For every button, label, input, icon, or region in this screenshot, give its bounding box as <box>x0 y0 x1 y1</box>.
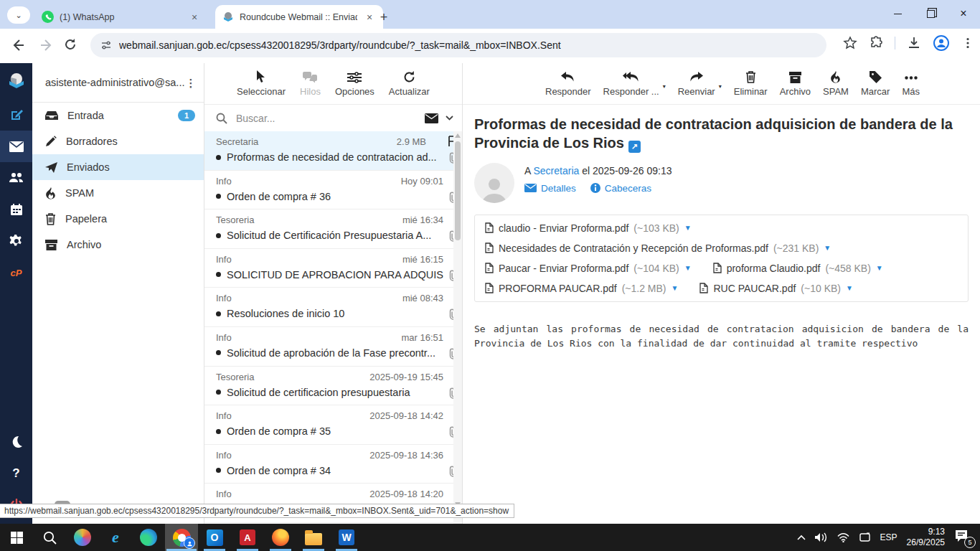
tab-search-button[interactable]: ⌄ <box>7 6 30 24</box>
taskbar-chrome-button[interactable] <box>165 524 198 551</box>
taskbar-ie-button[interactable]: e <box>99 524 132 551</box>
notification-center-button[interactable]: 5 <box>954 529 973 545</box>
taskbar-outlook-button[interactable]: O <box>198 524 231 551</box>
taskbar-edge-button[interactable] <box>132 524 165 551</box>
sidebar-item-entrada[interactable]: Entrada 1 <box>32 103 204 128</box>
tab-roundcube[interactable]: Roundcube Webmail :: Enviados × <box>215 5 383 29</box>
scroll-up-icon[interactable] <box>455 133 461 138</box>
options-button[interactable]: Opciones <box>335 70 374 97</box>
restore-button[interactable] <box>914 0 947 27</box>
start-button[interactable] <box>0 524 33 551</box>
taskbar-explorer-button[interactable] <box>297 524 330 551</box>
scrollbar-thumb[interactable] <box>455 141 461 240</box>
settings-gear-icon[interactable] <box>0 225 32 257</box>
tray-expand-icon[interactable] <box>797 534 806 540</box>
message-row[interactable]: InfoHoy 09:01 Orden de compra # 36 <box>204 171 462 210</box>
search-icon <box>216 113 227 124</box>
taskbar-copilot-button[interactable] <box>66 524 99 551</box>
wifi-icon[interactable] <box>837 533 849 542</box>
site-settings-icon[interactable] <box>100 39 112 51</box>
message-row[interactable]: Infomié 16:15 SOLICITUD DE APROBACION PA… <box>204 249 462 288</box>
volume-icon[interactable] <box>815 532 828 542</box>
sidebar-item-spam[interactable]: SPAM <box>32 180 204 206</box>
minimize-button[interactable] <box>881 0 914 27</box>
sidebar-item-enviados[interactable]: Enviados <box>32 154 204 180</box>
headers-toggle[interactable]: Cabeceras <box>590 183 651 194</box>
forward-menu-icon[interactable]: ▾ <box>719 83 722 90</box>
message-row[interactable]: Secretaria2.9 MB Proformas de necesidad … <box>204 131 462 171</box>
taskbar-search-button[interactable] <box>33 524 66 551</box>
mail-module-icon[interactable] <box>0 131 32 162</box>
compose-icon[interactable] <box>0 99 32 131</box>
back-icon[interactable] <box>10 37 26 53</box>
refresh-icon[interactable] <box>63 37 77 52</box>
select-button[interactable]: Seleccionar <box>237 70 286 97</box>
account-options-icon[interactable]: ⋮ <box>185 81 197 85</box>
attachment-item[interactable]: proforma Claudio.pdf (~458 KB) ▼ <box>713 263 883 274</box>
threads-button[interactable]: Hilos <box>300 70 321 97</box>
message-row[interactable]: Infomié 08:43 Resoluciones de inicio 10 <box>204 288 462 327</box>
message-row[interactable]: Infomar 16:51 Solicitud de aprobación de… <box>204 327 462 367</box>
reply-button[interactable]: Responder <box>545 70 591 97</box>
attachment-item[interactable]: PROFORMA PAUCAR.pdf (~1.2 MB) ▼ <box>485 283 678 294</box>
open-in-new-window-icon[interactable]: ↗ <box>628 141 641 153</box>
archive-button[interactable]: Archivo <box>780 70 811 97</box>
message-row[interactable]: Info2025-09-18 14:42 Orden de compra # 3… <box>204 405 462 445</box>
downloads-icon[interactable] <box>907 36 921 50</box>
reply-all-menu-icon[interactable]: ▾ <box>663 83 666 90</box>
spam-button[interactable]: SPAM <box>823 70 849 97</box>
close-window-button[interactable]: × <box>947 0 980 27</box>
attachment-menu-icon[interactable]: ▼ <box>846 284 853 292</box>
extensions-icon[interactable] <box>869 36 883 50</box>
browser-menu-icon[interactable] <box>961 37 974 50</box>
taskbar-firefox-button[interactable] <box>264 524 297 551</box>
refresh-list-button[interactable]: Actualizar <box>389 70 430 97</box>
new-tab-button[interactable]: + <box>374 8 393 27</box>
message-row[interactable]: Tesoreriamié 16:34 Solicitud de Certific… <box>204 209 462 249</box>
taskbar-word-button[interactable]: W <box>330 524 363 551</box>
reply-all-button[interactable]: Responder ... <box>603 70 659 97</box>
attachment-menu-icon[interactable]: ▼ <box>684 264 692 272</box>
message-row[interactable]: Tesoreria2025-09-19 15:45 Solicitud de c… <box>204 367 462 406</box>
attachment-item[interactable]: claudio - Enviar Proforma.pdf (~103 KB) … <box>485 222 692 234</box>
account-header[interactable]: asistente-administrativo@sa... ⋮ <box>32 63 204 103</box>
forward-icon[interactable] <box>39 37 55 53</box>
profile-avatar-icon[interactable] <box>933 34 950 52</box>
address-bar[interactable]: webmail.sanjuan.gob.ec/cpsess4320018295/… <box>90 33 826 57</box>
more-button[interactable]: Más <box>902 70 920 97</box>
message-row[interactable]: Info2025-09-18 14:36 Orden de compra # 3… <box>204 445 462 484</box>
language-indicator[interactable]: ESP <box>880 532 897 542</box>
sidebar-item-papelera[interactable]: Papelera <box>32 206 204 232</box>
attachment-item[interactable]: Necesidades de Contratación y Recepción … <box>485 242 831 254</box>
attachment-menu-icon[interactable]: ▼ <box>684 224 692 232</box>
attachment-item[interactable]: RUC PAUCAR.pdf (~10 KB) ▼ <box>699 283 852 294</box>
details-toggle[interactable]: Detalles <box>524 183 576 194</box>
attachment-menu-icon[interactable]: ▼ <box>672 284 679 292</box>
recipient-link[interactable]: Secretaria <box>533 165 579 176</box>
unread-count-badge: 1 <box>178 110 195 121</box>
cpanel-icon[interactable]: cP <box>0 257 32 288</box>
search-options-chevron-icon[interactable] <box>446 116 453 121</box>
taskbar-acrobat-button[interactable]: A <box>231 524 264 551</box>
forward-button[interactable]: Reenviar <box>678 70 715 97</box>
help-icon[interactable]: ? <box>0 458 32 489</box>
calendar-icon[interactable] <box>0 194 32 225</box>
date-text: el 2025-09-26 09:13 <box>582 165 672 176</box>
delete-button[interactable]: Eliminar <box>734 70 768 97</box>
search-scope-envelope-icon[interactable] <box>425 113 438 123</box>
mark-button[interactable]: Marcar <box>861 70 890 97</box>
contacts-icon[interactable] <box>0 162 32 194</box>
bookmark-star-icon[interactable] <box>843 36 857 50</box>
attachment-menu-icon[interactable]: ▼ <box>876 264 883 272</box>
attachment-item[interactable]: Paucar - Enviar Proforma.pdf (~104 KB) ▼ <box>485 263 692 274</box>
sidebar-item-borradores[interactable]: Borradores <box>32 128 204 154</box>
sidebar-item-archivo[interactable]: Archivo <box>32 232 204 258</box>
dark-mode-moon-icon[interactable] <box>0 426 32 458</box>
clock[interactable]: 9:13 26/9/2025 <box>907 527 945 548</box>
tab-whatsapp[interactable]: (1) WhatsApp × <box>34 5 208 29</box>
close-tab-icon[interactable]: × <box>188 11 201 24</box>
attachment-menu-icon[interactable]: ▼ <box>824 244 831 252</box>
teams-status-icon[interactable] <box>859 532 871 542</box>
search-input[interactable] <box>235 112 418 125</box>
list-scrollbar[interactable] <box>453 131 462 524</box>
